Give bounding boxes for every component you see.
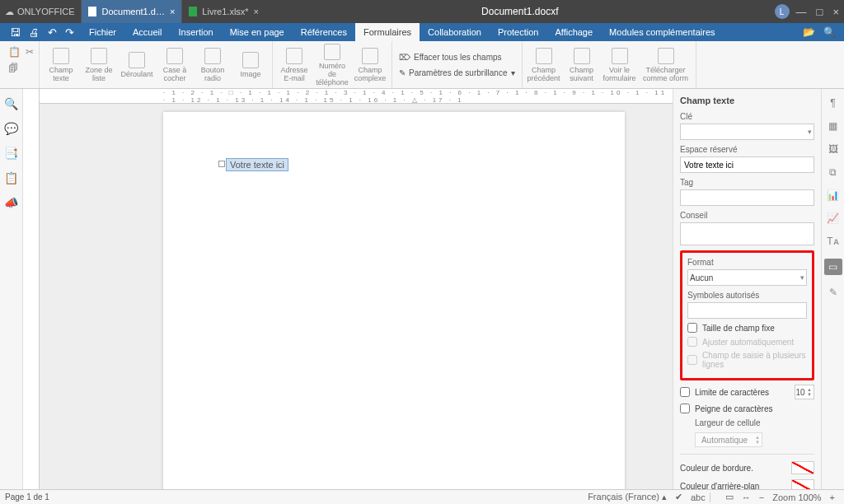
field-anchor-icon[interactable] (218, 161, 225, 167)
border-color-row: Couleur de bordure. (680, 461, 814, 474)
search-icon[interactable]: 🔍 (823, 26, 836, 38)
next-icon (574, 48, 590, 64)
textart-settings-icon[interactable]: Tᴀ (827, 236, 838, 247)
shape-settings-icon[interactable]: 📊 (827, 189, 839, 201)
find-icon[interactable]: 🔍 (4, 97, 18, 110)
tab-collaboration[interactable]: Collaboration (420, 23, 490, 41)
zoom-out-button[interactable]: − (755, 492, 768, 502)
prev-field-button[interactable]: Champprécédent (526, 43, 562, 86)
user-avatar[interactable]: L (775, 4, 790, 19)
zoom-level[interactable]: Zoom 100% (768, 492, 825, 502)
tab-references[interactable]: Références (293, 23, 355, 41)
tab-insertion[interactable]: Insertion (170, 23, 221, 41)
complex-field-button[interactable]: Champcomplexe (352, 43, 388, 86)
properties-panel: Champ texte Clé Espace réservé Tag Conse… (673, 89, 821, 489)
page-indicator[interactable]: Page 1 de 1 (5, 492, 49, 502)
phone-field-button[interactable]: Numéro detéléphone (314, 43, 350, 86)
format-label: Format (687, 258, 807, 267)
highlight-settings-button[interactable]: ✎Paramètres de surbrillance▾ (396, 67, 518, 79)
radio-icon (204, 48, 221, 64)
format-select[interactable]: Aucun (687, 269, 807, 286)
download-icon (658, 48, 674, 64)
comments-icon[interactable]: 💬 (4, 122, 18, 135)
clear-fields-button[interactable]: ⌦Effacer tous les champs (396, 51, 505, 63)
close-window-button[interactable]: × (832, 6, 839, 18)
zoom-in-button[interactable]: + (826, 492, 839, 502)
tag-label: Tag (680, 178, 814, 187)
tab-modules[interactable]: Modules complémentaires (601, 23, 723, 41)
window-title: Document1.docxf (265, 6, 775, 17)
tab-formulaires[interactable]: Formulaires (355, 23, 420, 41)
save-icon[interactable]: 🖫 (10, 26, 21, 39)
close-icon[interactable]: × (254, 7, 259, 16)
nav-icon[interactable]: 📋 (4, 171, 18, 184)
form-settings-icon[interactable]: ▭ (824, 259, 842, 275)
bg-color-picker[interactable] (791, 479, 814, 489)
minimize-button[interactable]: — (796, 6, 807, 18)
file-icon (88, 7, 96, 16)
doc-tab-2[interactable]: Livre1.xlsx* × (181, 0, 265, 23)
maximize-button[interactable]: □ (817, 6, 823, 18)
doc-tab-1[interactable]: Document1.d… × (81, 0, 181, 23)
left-toolbar: 🔍 💬 📑 📋 📣 (0, 89, 23, 489)
border-color-picker[interactable] (791, 461, 814, 474)
autofit-checkbox: Ajuster automatiquement (687, 337, 807, 347)
copy-icon[interactable]: 🗐 (8, 63, 21, 74)
text-field-button[interactable]: Champtexte (43, 43, 79, 86)
redo-icon[interactable]: ↷ (65, 26, 74, 39)
document-canvas[interactable]: · 1 · 2 · 1 · □ · 1 · 1 · 1 · 2 · 1 · 3 … (40, 89, 673, 489)
paragraph-settings-icon[interactable]: ¶ (830, 97, 835, 109)
download-oform-button[interactable]: Téléchargercomme oform (640, 43, 692, 86)
tip-input[interactable] (680, 222, 814, 245)
fixed-size-checkbox[interactable]: Taille de champ fixe (687, 323, 807, 333)
print-icon[interactable]: 🖨 (29, 26, 40, 39)
char-limit-checkbox[interactable] (680, 387, 690, 397)
cut-icon[interactable]: ✂ (26, 46, 34, 58)
combobox-button[interactable]: Zone deliste (81, 43, 117, 86)
tab-mise-en-page[interactable]: Mise en page (222, 23, 293, 41)
char-limit-row: Limite de caractères ▲▼ (680, 385, 814, 399)
at-icon (286, 48, 302, 64)
tab-accueil[interactable]: Accueil (124, 23, 170, 41)
placeholder-label: Espace réservé (680, 145, 814, 154)
checkbox-icon (166, 48, 183, 64)
trackchanges-icon[interactable]: abc (687, 492, 710, 502)
allowed-symbols-input[interactable] (687, 302, 807, 319)
highlighted-format-section: Format Aucun Symboles autorisés Taille d… (680, 250, 814, 380)
char-limit-spinner[interactable]: ▲▼ (795, 385, 814, 399)
form-text-field[interactable]: Votre texte ici (226, 158, 288, 171)
checkbox-button[interactable]: Case àcocher (157, 43, 193, 86)
signature-settings-icon[interactable]: ✎ (829, 287, 837, 298)
view-form-button[interactable]: Voir leformulaire (602, 43, 638, 86)
tab-fichier[interactable]: Fichier (81, 23, 124, 41)
dropdown-button[interactable]: Déroulant (119, 43, 155, 86)
placeholder-input[interactable] (680, 156, 814, 173)
tab-protection[interactable]: Protection (490, 23, 547, 41)
language-selector[interactable]: Français (France) ▴ (584, 492, 671, 502)
tag-input[interactable] (680, 189, 814, 206)
email-field-button[interactable]: AdresseE-mail (276, 43, 312, 86)
image-settings-icon[interactable]: 🖼 (828, 143, 838, 155)
chart-settings-icon[interactable]: 📈 (827, 212, 839, 224)
fit-width-icon[interactable]: ↔ (738, 492, 755, 502)
open-location-icon[interactable]: 📂 (803, 26, 815, 38)
spreadsheet-icon (189, 7, 197, 16)
undo-icon[interactable]: ↶ (48, 26, 57, 39)
spellcheck-icon[interactable]: ✔ (671, 492, 687, 502)
comb-checkbox[interactable]: Peigne de caractères (680, 404, 814, 413)
table-settings-icon[interactable]: ▦ (828, 120, 837, 132)
key-select[interactable] (680, 124, 814, 140)
radio-button[interactable]: Boutonradio (195, 43, 231, 86)
feedback-icon[interactable]: 📣 (4, 196, 18, 209)
image-field-button[interactable]: Image (232, 43, 269, 86)
tab-affichage[interactable]: Affichage (546, 23, 601, 41)
close-icon[interactable]: × (170, 7, 175, 16)
fit-page-icon[interactable]: ▭ (721, 492, 738, 502)
combobox-icon (91, 48, 107, 64)
next-field-button[interactable]: Champsuivant (564, 43, 600, 86)
paste-icon[interactable]: 📋 (8, 46, 21, 58)
page[interactable]: Votre texte ici (163, 112, 625, 489)
headings-icon[interactable]: 📑 (4, 147, 18, 160)
header-settings-icon[interactable]: ⧉ (829, 166, 837, 178)
titlebar: ☁ ONLYOFFICE Document1.d… × Livre1.xlsx*… (0, 0, 844, 23)
